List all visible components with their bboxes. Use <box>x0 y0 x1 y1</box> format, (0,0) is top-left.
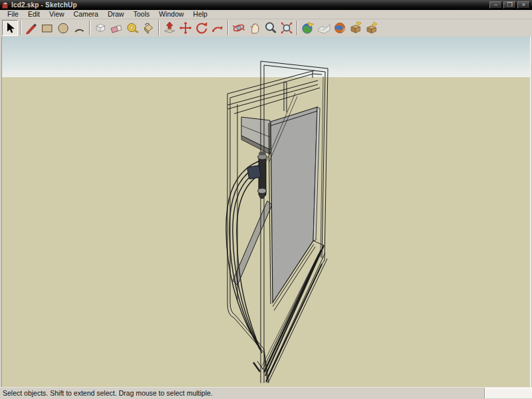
maximize-button[interactable]: ❒ <box>503 1 516 9</box>
select-tool-button[interactable] <box>2 20 18 36</box>
window-title: lcd2.skp - SketchUp <box>11 1 487 9</box>
arc-icon <box>72 21 86 35</box>
orbit-icon <box>231 21 246 35</box>
menu-bar: File Edit View Camera Draw Tools Window … <box>0 10 532 19</box>
close-button[interactable]: × <box>517 1 530 9</box>
model-wireframe <box>2 37 530 387</box>
title-bar[interactable]: lcd2.skp - SketchUp – ❒ × <box>0 0 532 10</box>
paint-bucket-icon <box>141 21 156 35</box>
zoom-icon <box>263 21 278 35</box>
viewport-3d[interactable] <box>1 37 531 387</box>
zoom-extents-tool-button[interactable] <box>279 20 295 36</box>
offset-tool-button[interactable] <box>209 20 225 36</box>
toolbar <box>0 19 532 37</box>
toolbar-separator <box>158 21 160 35</box>
make-component-tool-button[interactable] <box>92 20 108 36</box>
paint-bucket-tool-button[interactable] <box>140 20 156 36</box>
menu-draw[interactable]: Draw <box>103 10 129 19</box>
tape-measure-tool-button[interactable] <box>124 20 140 36</box>
menu-window[interactable]: Window <box>154 10 188 19</box>
circle-tool-button[interactable] <box>55 20 71 36</box>
sketchup-logo-icon <box>2 2 9 9</box>
place-model-icon <box>332 21 347 35</box>
get-models-tool-button[interactable] <box>348 20 364 36</box>
menu-tools[interactable]: Tools <box>128 10 154 19</box>
pan-icon <box>247 21 262 35</box>
menu-view[interactable]: View <box>45 10 69 19</box>
offset-icon <box>210 21 225 35</box>
rotate-icon <box>194 21 209 35</box>
circle-icon <box>56 21 70 35</box>
get-current-view-tool-button[interactable] <box>300 20 316 36</box>
measurements-box[interactable] <box>484 388 532 398</box>
menu-file[interactable]: File <box>3 10 23 19</box>
status-bar: Select objects. Shift to extend select. … <box>0 387 532 398</box>
toggle-terrain-tool-button[interactable] <box>316 20 332 36</box>
minimize-button[interactable]: – <box>489 1 502 9</box>
move-icon <box>178 21 193 35</box>
orbit-tool-button[interactable] <box>231 20 247 36</box>
push-pull-tool-button[interactable] <box>162 20 178 36</box>
push-pull-icon <box>162 21 177 35</box>
toolbar-separator <box>297 21 298 35</box>
line-icon <box>24 21 39 35</box>
rectangle-tool-button[interactable] <box>39 20 55 36</box>
zoom-extents-icon <box>279 21 294 35</box>
toggle-terrain-icon <box>317 21 331 35</box>
tape-measure-icon <box>125 21 140 35</box>
rectangle-icon <box>40 21 55 35</box>
menu-edit[interactable]: Edit <box>23 10 45 19</box>
rotate-tool-button[interactable] <box>194 20 209 36</box>
move-tool-button[interactable] <box>178 20 194 36</box>
menu-help[interactable]: Help <box>188 10 212 19</box>
toolbar-separator <box>20 21 21 35</box>
get-current-view-icon <box>301 21 315 35</box>
zoom-tool-button[interactable] <box>263 20 279 36</box>
make-component-icon <box>93 21 108 35</box>
toolbar-separator <box>227 21 229 35</box>
pan-tool-button[interactable] <box>247 20 263 36</box>
share-model-tool-button[interactable] <box>364 20 380 36</box>
eraser-icon <box>109 21 124 35</box>
line-tool-button[interactable] <box>23 20 39 36</box>
arc-tool-button[interactable] <box>71 20 87 36</box>
place-model-tool-button[interactable] <box>332 20 348 36</box>
select-icon <box>3 21 17 35</box>
eraser-tool-button[interactable] <box>108 20 124 36</box>
menu-camera[interactable]: Camera <box>69 10 103 19</box>
share-model-icon <box>364 21 379 35</box>
toolbar-separator <box>89 21 90 35</box>
sky <box>2 37 530 77</box>
get-models-icon <box>348 21 363 35</box>
status-message: Select objects. Shift to extend select. … <box>0 389 213 397</box>
